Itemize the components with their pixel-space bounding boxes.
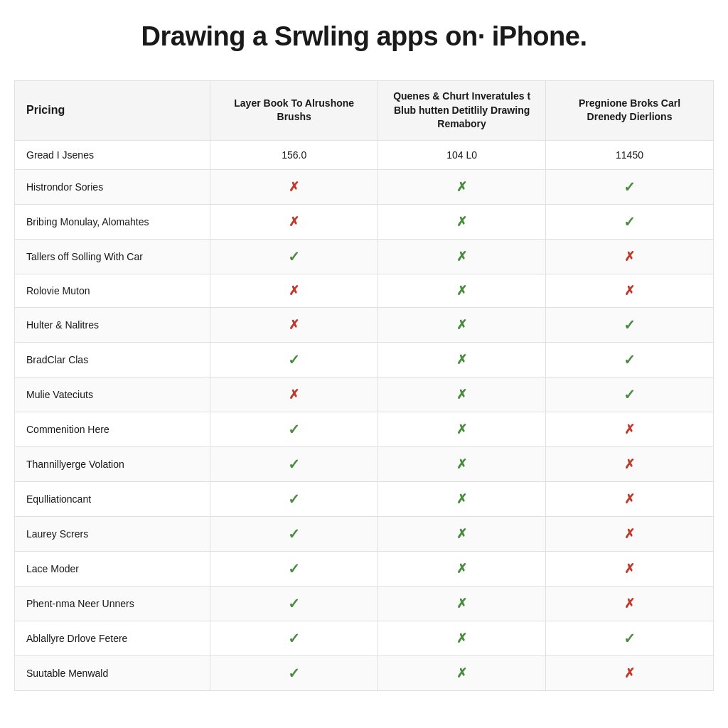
table-row: Suutable Menwald✓✗✗: [15, 655, 714, 690]
row-cell-col3: ✗: [378, 516, 546, 551]
check-icon: ✓: [288, 422, 300, 437]
cross-red-icon: ✗: [624, 562, 635, 576]
row-cell-col3: ✗: [378, 239, 546, 274]
row-cell-col3: ✗: [378, 169, 546, 204]
check-icon: ✓: [288, 526, 300, 542]
check-icon: ✓: [288, 596, 300, 611]
cross-green-icon: ✗: [456, 353, 467, 367]
row-label: BradClar Clas: [15, 342, 210, 377]
cross-green-icon: ✗: [456, 596, 467, 611]
cross-red-icon: ✗: [289, 318, 299, 332]
row-cell-col2: ✗: [210, 274, 378, 307]
row-label: Hulter & Nalitres: [15, 307, 210, 342]
row-cell-col4: ✓: [546, 621, 714, 655]
check-icon: ✓: [623, 317, 636, 333]
row-cell-col3: ✗: [378, 377, 546, 412]
check-icon: ✓: [623, 387, 636, 402]
row-cell-col4: ✗: [546, 551, 714, 586]
comparison-table: Pricing Layer Book To Alrushone Brushs Q…: [14, 80, 714, 691]
row-cell-col2: ✓: [210, 551, 378, 586]
row-cell-col2: ✓: [210, 446, 378, 481]
table-row: Rolovie Muton✗✗✗: [15, 274, 714, 307]
row-cell-col3: ✗: [378, 307, 546, 342]
header-col2: Layer Book To Alrushone Brushs: [210, 81, 378, 141]
header-col4: Pregnione Broks Carl Drenedy Dierlions: [546, 81, 714, 141]
cross-green-icon: ✗: [456, 250, 467, 264]
check-icon: ✓: [288, 561, 300, 577]
row-label: Tallers off Solling With Car: [15, 239, 210, 274]
table-row: Equlliationcant✓✗✗: [15, 481, 714, 516]
row-cell-col2: ✗: [210, 204, 378, 239]
check-icon: ✓: [288, 631, 300, 646]
table-row: Ablallyre Drlove Fetere✓✗✓: [15, 621, 714, 655]
cross-green-icon: ✗: [456, 215, 467, 229]
cross-green-icon: ✗: [456, 457, 467, 471]
row-cell-col4: ✓: [546, 169, 714, 204]
table-row: Commenition Here✓✗✗: [15, 412, 714, 446]
table-row: Tallers off Solling With Car✓✗✗: [15, 239, 714, 274]
row-label: Histrondor Sories: [15, 169, 210, 204]
cross-green-icon: ✗: [456, 318, 467, 332]
row-label: Phent-nma Neer Unners: [15, 586, 210, 621]
row-label: Mulie Vateciuts: [15, 377, 210, 412]
row-cell-col2: ✗: [210, 377, 378, 412]
row-label: Suutable Menwald: [15, 655, 210, 690]
cross-green-icon: ✗: [456, 422, 467, 437]
check-icon: ✓: [623, 214, 636, 230]
row-label: Ablallyre Drlove Fetere: [15, 621, 210, 655]
row-cell-col3: ✗: [378, 655, 546, 690]
header-col3: Quenes & Churt Inveratules t Blub hutten…: [378, 81, 546, 141]
table-body: Gread I Jsenes156.0104 L011450Histrondor…: [15, 140, 714, 690]
row-cell-col3: ✗: [378, 586, 546, 621]
table-row: Phent-nma Neer Unners✓✗✗: [15, 586, 714, 621]
row-cell-col4: ✗: [546, 655, 714, 690]
row-cell-col3: ✗: [378, 621, 546, 655]
row-cell-col3: ✗: [378, 204, 546, 239]
cross-red-icon: ✗: [624, 284, 635, 298]
check-icon: ✓: [623, 352, 636, 368]
page-title: Drawing a Srwling apps on· iPhone.: [14, 14, 714, 59]
row-cell-col2: ✓: [210, 516, 378, 551]
check-icon: ✓: [288, 665, 300, 681]
check-icon: ✓: [288, 456, 300, 472]
table-row: Histrondor Sories✗✗✓: [15, 169, 714, 204]
row-cell-col2: ✓: [210, 621, 378, 655]
cross-red-icon: ✗: [289, 215, 299, 229]
row-label: Bribing Monulay, Alomahtes: [15, 204, 210, 239]
cross-green-icon: ✗: [456, 492, 467, 506]
cross-green-icon: ✗: [456, 527, 467, 541]
row-cell-col4: ✓: [546, 204, 714, 239]
table-row: Hulter & Nalitres✗✗✓: [15, 307, 714, 342]
cross-red-icon: ✗: [289, 387, 299, 402]
row-cell-col2: ✓: [210, 342, 378, 377]
check-icon: ✓: [288, 491, 300, 507]
row-label: Rolovie Muton: [15, 274, 210, 307]
row-price-col4: 11450: [546, 140, 714, 169]
table-row: Lace Moder✓✗✗: [15, 551, 714, 586]
row-label: Equlliationcant: [15, 481, 210, 516]
header-pricing: Pricing: [15, 81, 210, 141]
cross-green-icon: ✗: [456, 180, 467, 194]
cross-red-icon: ✗: [289, 180, 299, 194]
row-label: Thannillyerge Volation: [15, 446, 210, 481]
row-cell-col2: ✓: [210, 412, 378, 446]
table-row: BradClar Clas✓✗✓: [15, 342, 714, 377]
row-label: Lace Moder: [15, 551, 210, 586]
cross-red-icon: ✗: [624, 457, 635, 471]
row-cell-col4: ✓: [546, 307, 714, 342]
row-price-col3: 104 L0: [378, 140, 546, 169]
row-cell-col2: ✓: [210, 586, 378, 621]
row-cell-col4: ✗: [546, 412, 714, 446]
row-cell-col2: ✓: [210, 481, 378, 516]
row-cell-col4: ✗: [546, 516, 714, 551]
row-cell-col2: ✗: [210, 169, 378, 204]
table-header-row: Pricing Layer Book To Alrushone Brushs Q…: [15, 81, 714, 141]
row-cell-col2: ✓: [210, 655, 378, 690]
cross-green-icon: ✗: [456, 666, 467, 680]
table-row: Mulie Vateciuts✗✗✓: [15, 377, 714, 412]
cross-red-icon: ✗: [624, 492, 635, 506]
row-cell-col4: ✗: [546, 274, 714, 307]
row-label: Commenition Here: [15, 412, 210, 446]
row-cell-col2: ✓: [210, 239, 378, 274]
row-label: Gread I Jsenes: [15, 140, 210, 169]
